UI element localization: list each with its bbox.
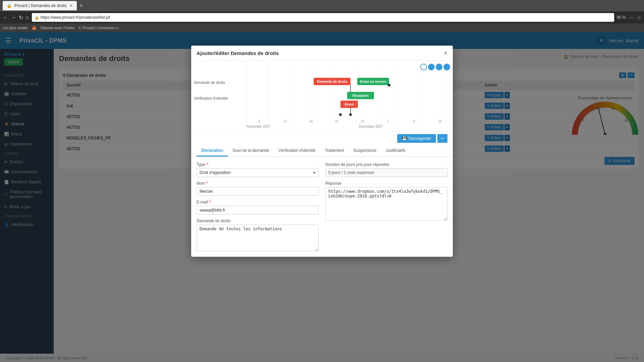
browser-tab[interactable]: 🔒 Privacil | Demandes de droits ✕ — [3, 1, 77, 10]
email-input[interactable] — [197, 206, 319, 215]
type-required: * — [206, 162, 208, 167]
bookmark-btn[interactable]: ☆ — [637, 14, 641, 21]
gantt-month-nov: November 2017 — [247, 125, 270, 128]
modal-save-bar: 💾 Sauvegarder ↩ — [191, 131, 453, 145]
forward-btn[interactable]: → — [11, 14, 16, 20]
modal-form: Type * Droit d'accès Droit d'opposition … — [191, 157, 453, 257]
reponse-label: Réponse — [325, 181, 447, 186]
gantt-grid — [191, 61, 453, 123]
gantt-nav-btn-2[interactable] — [428, 64, 435, 70]
reponse-textarea[interactable]: https://www.dropbox.com/s/1tx4la3wfybukd… — [325, 187, 447, 221]
save-back-btn[interactable]: ↩ — [437, 134, 447, 143]
nb-jours-value: 5 jours / 1 mois maximum — [325, 168, 447, 177]
bookmark-1[interactable]: Les plus visités — [3, 26, 28, 30]
modal: Ajouter/éditer Demandes de droits × Dema… — [191, 46, 453, 257]
gantt-row-label-2: Vérification d'identité — [194, 96, 228, 100]
zoom-level: 90 % — [617, 15, 626, 20]
browser-chrome: 🔒 Privacil | Demandes de droits ✕ + ← → … — [0, 0, 644, 32]
gantt-nav-btn-1[interactable] — [420, 64, 427, 70]
type-group: Type * Droit d'accès Droit d'opposition … — [197, 162, 319, 177]
gantt-bar-demande: Demande de droits — [314, 78, 351, 85]
nom-group: Nom * — [197, 181, 319, 196]
save-btn-label: Sauvegarder — [408, 136, 431, 141]
tab-close[interactable]: ✕ — [69, 3, 73, 8]
bookmark-3[interactable]: C Privacil | Connectez-v... — [79, 26, 121, 30]
lock-icon: 🔒 — [35, 15, 39, 20]
tab-suspensions[interactable]: Suspensions — [348, 145, 381, 157]
browser-tab-bar: 🔒 Privacil | Demandes de droits ✕ + — [0, 0, 644, 11]
gantt-month-dec: December 2017 — [359, 125, 383, 128]
demande-group: Demande de droits Demande de toutes les … — [197, 219, 319, 251]
tab-traitement[interactable]: Traitement — [320, 145, 348, 157]
svg-point-10 — [349, 113, 352, 116]
type-label: Type * — [197, 162, 319, 167]
tab-title: Privacil | Demandes de droits — [14, 3, 67, 8]
back-btn[interactable]: ← — [3, 14, 8, 20]
nom-input[interactable] — [197, 187, 319, 196]
tab-declaration[interactable]: Déclaration — [197, 145, 228, 157]
url-box[interactable]: 🔒 https://www.privacil.fr/private/ask/li… — [32, 13, 614, 22]
tab-suivi[interactable]: Suivi de la demande — [228, 145, 274, 157]
tab-justificatifs[interactable]: Justificatifs — [381, 145, 410, 157]
gantt-bar-reception: Réception — [347, 92, 374, 99]
nb-jours-group: Nombre de jours pris pour répondre 5 jou… — [325, 162, 447, 177]
demande-textarea[interactable]: Demande de toutes les informations — [197, 225, 319, 251]
demande-label: Demande de droits — [197, 219, 319, 223]
gantt-chart: Demande de droits Vérification d'identit… — [191, 61, 453, 131]
gantt-nav — [420, 64, 450, 70]
gantt-bar-envoi: Envoi au service — [357, 78, 389, 85]
modal-close-btn[interactable]: × — [444, 50, 447, 57]
type-select[interactable]: Droit d'accès Droit d'opposition Portabi… — [197, 168, 319, 177]
nom-label: Nom * — [197, 181, 319, 186]
modal-tabs: Déclaration Suivi de la demande Vérifica… — [191, 145, 453, 157]
firefox-icon: 🦊 — [32, 26, 37, 30]
reload-btn[interactable]: ↻ — [19, 14, 23, 21]
email-label: E-mail * — [197, 200, 319, 204]
svg-point-12 — [339, 113, 342, 116]
gantt-nav-btn-4[interactable] — [443, 64, 450, 70]
gantt-scale-row: 6 11 16 21 26 1 6 16 — [191, 120, 453, 123]
gantt-bar-envoi2: Envoi — [340, 101, 358, 108]
email-group: E-mail * — [197, 200, 319, 215]
new-tab-btn[interactable]: + — [79, 2, 83, 9]
nb-jours-label: Nombre de jours pris pour répondre — [325, 162, 447, 167]
home-btn[interactable]: ⌂ — [26, 14, 29, 20]
save-icon: 💾 — [402, 136, 407, 141]
modal-title: Ajouter/éditer Demandes de droits — [197, 50, 279, 56]
url-text: https://www.privacil.fr/private/ask/list… — [41, 15, 110, 20]
browser-address-bar: ← → ↻ ⌂ 🔒 https://www.privacil.fr/privat… — [0, 11, 644, 23]
modal-overlay[interactable]: Ajouter/éditer Demandes de droits × Dema… — [0, 32, 644, 362]
reponse-group: Réponse https://www.dropbox.com/s/1tx4la… — [325, 181, 447, 251]
save-btn[interactable]: 💾 Sauvegarder — [397, 134, 436, 143]
extensions-btn[interactable]: ⋯ — [629, 14, 634, 21]
gantt-nav-btn-3[interactable] — [436, 64, 442, 70]
tab-favicon: 🔒 — [7, 3, 12, 8]
tab-verification[interactable]: Vérification d'identité — [274, 145, 320, 157]
browser-bookmarks: Les plus visités 🦊 Débuter avec Firefox … — [0, 23, 644, 32]
gantt-row-label-1: Demande de droits — [194, 80, 225, 84]
modal-header: Ajouter/éditer Demandes de droits × — [191, 46, 453, 61]
bookmark-2[interactable]: Débuter avec Firefox — [41, 26, 75, 30]
